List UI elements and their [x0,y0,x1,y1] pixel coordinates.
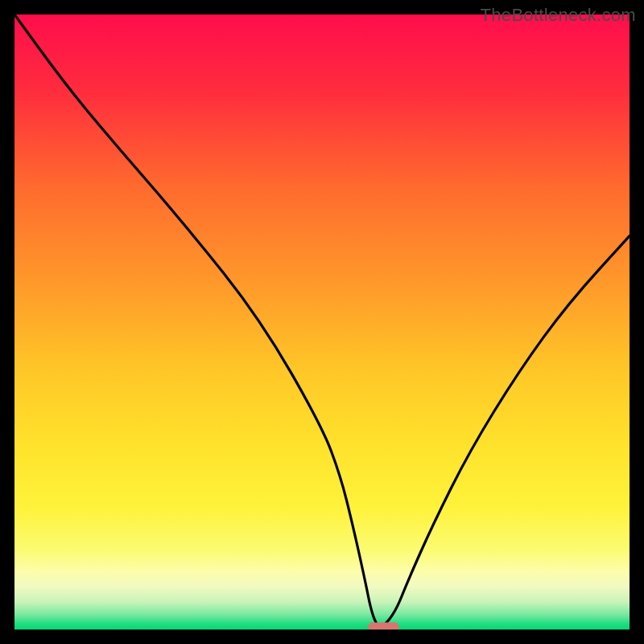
chart-frame: TheBottleneck.com [0,0,644,644]
watermark-text: TheBottleneck.com [481,5,636,26]
gradient-background [14,14,630,630]
plot-area [14,14,630,630]
chart-svg [14,14,630,630]
minimum-marker [368,622,399,630]
